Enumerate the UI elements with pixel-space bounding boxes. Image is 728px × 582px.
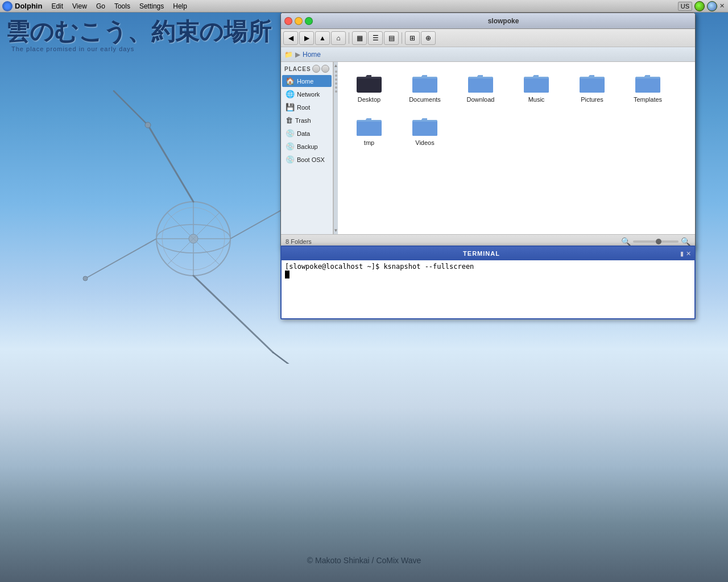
- music-folder-icon: [523, 71, 550, 94]
- scroll-dot: [335, 70, 337, 73]
- dolphin-titlebar: slowpoke: [281, 13, 695, 29]
- places-header: PLACES: [281, 63, 333, 74]
- download-folder-icon: [467, 71, 494, 94]
- folder-label-desktop: Desktop: [358, 96, 380, 103]
- places-expand-btn[interactable]: [321, 65, 329, 73]
- folder-label-tmp: tmp: [364, 139, 374, 146]
- places-collapse-btn[interactable]: [312, 65, 320, 73]
- zoom-track[interactable]: [633, 240, 679, 243]
- sidebar-item-backup[interactable]: 💿 Backup: [282, 140, 332, 152]
- menu-edit[interactable]: Edit: [47, 1, 68, 11]
- toolbar-detail-view[interactable]: ▤: [384, 31, 399, 45]
- dolphin-window: slowpoke ◀ ▶ ▲ ⌂ ▦ ☰ ▤ ⊞ ⊕ 📁 ▶ Home PLAC…: [280, 13, 696, 248]
- taskbar: Dolphin Edit View Go Tools Settings Help…: [0, 0, 728, 13]
- sidebar-label-data: Data: [297, 130, 310, 137]
- jp-title: 雲のむこう、約束の場所: [6, 16, 271, 48]
- sidebar-item-root[interactable]: 💾 Root: [282, 101, 332, 113]
- folder-desktop[interactable]: Desktop: [344, 68, 395, 106]
- toolbar-home[interactable]: ⌂: [331, 31, 346, 45]
- folder-videos[interactable]: Videos: [399, 111, 450, 149]
- folder-label-templates: Templates: [634, 96, 662, 103]
- menu-view[interactable]: View: [68, 1, 92, 11]
- zoom-slider[interactable]: 🔍 🔍: [621, 237, 690, 246]
- taskbar-app-name: Dolphin: [15, 2, 42, 10]
- toolbar-forward[interactable]: ▶: [299, 31, 314, 45]
- toolbar-icons-view[interactable]: ▦: [352, 31, 367, 45]
- dolphin-toolbar: ◀ ▶ ▲ ⌂ ▦ ☰ ▤ ⊞ ⊕: [281, 29, 695, 47]
- pictures-folder-icon: [578, 71, 606, 94]
- desktop-folder-icon: [355, 71, 383, 94]
- sidebar-label-root: Root: [297, 104, 310, 111]
- tray-power[interactable]: [707, 1, 717, 11]
- menu-settings[interactable]: Settings: [135, 1, 168, 11]
- folder-templates[interactable]: Templates: [622, 68, 673, 106]
- dolphin-title: slowpoke: [315, 17, 692, 25]
- window-close-button[interactable]: [284, 17, 292, 25]
- zoom-in-icon[interactable]: 🔍: [681, 237, 690, 246]
- tray-close[interactable]: ✕: [719, 2, 725, 10]
- svg-point-14: [145, 122, 151, 128]
- zoom-thumb[interactable]: [656, 239, 661, 244]
- home-icon: 🏠: [286, 77, 295, 85]
- data-icon: 💿: [286, 129, 295, 138]
- folder-label-videos: Videos: [415, 139, 434, 146]
- sidebar-label-network: Network: [297, 91, 320, 98]
- terminal-ctrl-1[interactable]: ▮: [680, 250, 684, 257]
- folder-tmp[interactable]: tmp: [344, 111, 395, 149]
- window-minimize-button[interactable]: [295, 17, 303, 25]
- terminal-body[interactable]: [slowpoke@localhost ~]$ ksnapshot --full…: [282, 260, 694, 318]
- sidebar-item-data[interactable]: 💿 Data: [282, 127, 332, 139]
- folder-pictures[interactable]: Pictures: [566, 68, 618, 106]
- places-label: PLACES: [284, 66, 311, 72]
- dolphin-addressbar: 📁 ▶ Home: [281, 47, 695, 62]
- toolbar-split[interactable]: ⊞: [405, 31, 420, 45]
- folder-documents[interactable]: Documents: [399, 68, 450, 106]
- network-icon: 🌐: [286, 90, 295, 98]
- taskbar-right: US ✕: [678, 1, 728, 11]
- terminal-window: TERMINAL ▮ ✕ [slowpoke@localhost ~]$ ksn…: [280, 246, 696, 319]
- window-maximize-button[interactable]: [305, 17, 313, 25]
- sidebar-label-backup: Backup: [297, 143, 318, 150]
- folder-label-documents: Documents: [409, 96, 441, 103]
- toolbar-back[interactable]: ◀: [283, 31, 298, 45]
- svg-line-8: [148, 125, 193, 202]
- taskbar-logo: [2, 1, 13, 11]
- address-icon: 📁: [284, 51, 293, 59]
- sidebar-item-trash[interactable]: 🗑 Trash: [282, 114, 332, 126]
- svg-line-10: [193, 276, 273, 352]
- tray-keyboard[interactable]: US: [678, 2, 692, 11]
- terminal-command: ksnapshot --fullscreen: [379, 263, 474, 271]
- menu-go[interactable]: Go: [92, 1, 110, 11]
- zoom-out-icon[interactable]: 🔍: [621, 237, 631, 246]
- bottom-credits: © Makoto Shinkai / CoMix Wave: [307, 556, 421, 565]
- toolbar-up[interactable]: ▲: [315, 31, 330, 45]
- address-home[interactable]: Home: [303, 51, 321, 59]
- svg-line-9: [114, 91, 148, 125]
- folder-label-music: Music: [528, 96, 545, 103]
- status-text: 8 Folders: [286, 238, 312, 245]
- sidebar-item-home[interactable]: 🏠 Home: [282, 75, 332, 87]
- terminal-title: TERMINAL: [285, 250, 678, 257]
- toolbar-compact-view[interactable]: ☰: [368, 31, 383, 45]
- svg-rect-16: [357, 77, 382, 93]
- menu-tools[interactable]: Tools: [110, 1, 135, 11]
- tmp-folder-icon: [355, 114, 383, 137]
- svg-line-11: [273, 352, 341, 364]
- dolphin-content: Desktop Documents: [338, 62, 695, 234]
- folder-download[interactable]: Download: [455, 68, 506, 106]
- backup-icon: 💿: [286, 142, 295, 151]
- toolbar-terminal[interactable]: ⊕: [421, 31, 436, 45]
- scroll-dot: [335, 82, 337, 85]
- sidebar-item-network[interactable]: 🌐 Network: [282, 88, 332, 100]
- tray-network[interactable]: [694, 1, 705, 11]
- sidebar-label-bootosx: Boot OSX: [297, 156, 325, 163]
- terminal-ctrl-2[interactable]: ✕: [686, 250, 691, 257]
- scroll-dot: [335, 90, 337, 93]
- bootosx-icon: 💿: [286, 155, 295, 164]
- scroll-dot: [335, 86, 337, 89]
- sidebar-item-bootosx[interactable]: 💿 Boot OSX: [282, 153, 332, 165]
- folder-music[interactable]: Music: [511, 68, 562, 106]
- sidebar-scrollbar[interactable]: ▲ ▼: [333, 62, 338, 234]
- menu-help[interactable]: Help: [168, 1, 192, 11]
- toolbar-separator-2: [402, 32, 402, 44]
